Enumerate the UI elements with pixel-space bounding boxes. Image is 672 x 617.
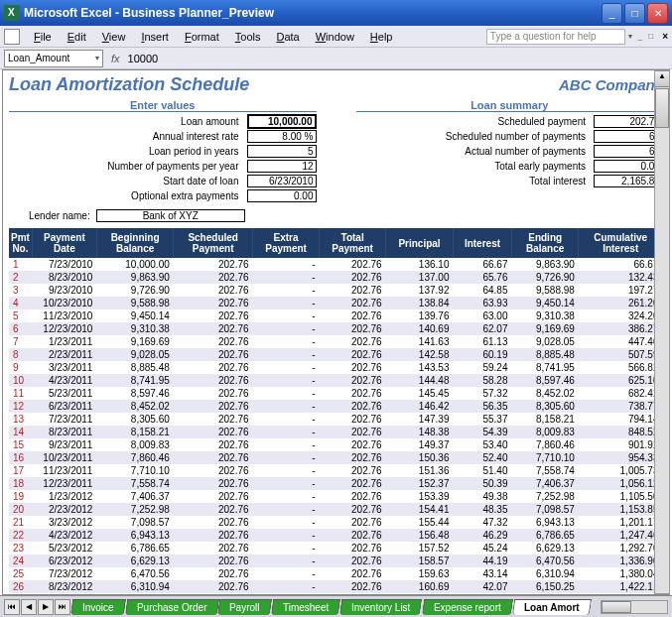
table-cell[interactable]: 1,336.90 [579,555,663,567]
table-cell[interactable]: 147.39 [386,413,454,426]
menu-view[interactable]: View [94,29,134,45]
table-cell[interactable]: 59.24 [453,361,511,374]
table-cell[interactable]: 202.76 [320,284,386,297]
table-cell[interactable]: - [253,426,320,438]
table-cell[interactable]: 1,153.85 [579,503,663,516]
table-cell[interactable]: 202.76 [174,297,253,309]
table-cell[interactable]: 202.76 [320,542,386,555]
table-cell[interactable]: 202.76 [320,361,386,374]
name-box[interactable]: Loan_Amount ▾ [4,50,103,67]
table-cell[interactable]: 55.37 [453,413,511,426]
table-cell[interactable]: 52.40 [453,451,511,464]
table-cell[interactable]: 202.76 [320,387,386,400]
column-header[interactable]: BeginningBalance [96,228,173,258]
table-cell[interactable]: 6,629.13 [511,542,578,555]
loan-period-input[interactable]: 5 [247,145,317,158]
table-cell[interactable]: 9,169.69 [96,335,173,348]
column-header[interactable]: ExtraPayment [253,228,320,258]
table-cell[interactable]: 9,028.05 [96,348,173,361]
table-cell[interactable]: 8,597.46 [511,374,578,387]
sheet-tab-inventory-list[interactable]: Inventory List [339,599,423,615]
table-cell[interactable]: 1,056.12 [579,477,663,490]
table-row[interactable]: 1812/23/20117,558.74202.76-202.76152.375… [9,477,663,490]
table-cell[interactable]: 202.76 [320,335,386,348]
table-cell[interactable]: 202.76 [320,477,386,490]
table-cell[interactable]: 8,009.83 [511,426,578,438]
menu-edit[interactable]: Edit [60,29,94,45]
table-cell[interactable]: 9,588.98 [511,284,578,297]
table-row[interactable]: 148/23/20118,158.21202.76-202.76148.3854… [9,426,663,438]
table-cell[interactable]: 8,885.48 [96,361,173,374]
table-cell[interactable]: 46.29 [453,529,511,542]
table-row[interactable]: 17/23/201010,000.00202.76-202.76136.1066… [9,258,663,271]
table-cell[interactable]: 202.76 [174,438,253,451]
table-cell[interactable]: 202.76 [174,490,253,503]
table-row[interactable]: 93/23/20118,885.48202.76-202.76143.5359.… [9,361,663,374]
table-cell[interactable]: 132.43 [579,271,663,284]
table-cell[interactable]: 64.85 [453,284,511,297]
table-cell[interactable]: 197.27 [579,284,663,297]
table-cell[interactable]: 3 [9,284,32,297]
table-cell[interactable]: 625.10 [579,374,663,387]
table-cell[interactable]: 682.42 [579,387,663,400]
table-cell[interactable]: 9,450.14 [96,309,173,322]
table-cell[interactable]: 137.92 [386,284,454,297]
table-cell[interactable]: 8 [9,348,32,361]
table-cell[interactable]: 9,310.38 [96,322,173,335]
table-cell[interactable]: 202.76 [174,309,253,322]
table-cell[interactable]: 65.76 [453,271,511,284]
table-cell[interactable]: 6/23/2011 [32,400,96,413]
table-row[interactable]: 104/23/20118,741.95202.76-202.76144.4858… [9,374,663,387]
table-cell[interactable]: - [253,503,320,516]
column-header[interactable]: CumulativeInterest [579,228,663,258]
window-restore-icon[interactable]: □ [648,32,653,41]
table-cell[interactable]: 566.82 [579,361,663,374]
table-cell[interactable]: 6,310.94 [511,567,578,580]
table-cell[interactable]: 202.76 [174,503,253,516]
table-cell[interactable]: 10/23/2010 [32,297,96,309]
table-cell[interactable]: - [253,451,320,464]
table-cell[interactable]: 53.40 [453,438,511,451]
table-cell[interactable]: 1,380.04 [579,567,663,580]
table-cell[interactable]: 202.76 [320,271,386,284]
table-cell[interactable]: 44.19 [453,555,511,567]
table-row[interactable]: 410/23/20109,588.98202.76-202.76138.8463… [9,297,663,309]
tab-nav-button-2[interactable]: ▶ [38,599,54,615]
table-cell[interactable]: 149.37 [386,438,454,451]
table-cell[interactable]: 6,150.25 [511,580,578,593]
table-cell[interactable]: 447.40 [579,335,663,348]
table-cell[interactable]: 41.00 [453,593,511,594]
table-cell[interactable]: 8,158.21 [96,426,173,438]
table-cell[interactable]: - [253,400,320,413]
table-cell[interactable]: 202.76 [174,258,253,271]
table-cell[interactable]: 202.76 [174,464,253,477]
table-cell[interactable]: 42.07 [453,580,511,593]
table-cell[interactable]: 202.76 [320,374,386,387]
table-cell[interactable]: 202.76 [174,451,253,464]
menu-format[interactable]: Format [177,29,227,45]
table-cell[interactable]: 954.33 [579,451,663,464]
table-cell[interactable]: 9,863.90 [511,258,578,271]
table-cell[interactable]: 10/23/2011 [32,451,96,464]
column-header[interactable]: EndingBalance [511,228,578,258]
table-cell[interactable]: 66.67 [579,258,663,271]
table-cell[interactable]: 153.39 [386,490,454,503]
table-cell[interactable]: - [253,361,320,374]
menu-data[interactable]: Data [268,29,307,45]
table-cell[interactable]: 6,470.56 [511,555,578,567]
sheet-tab-loan-amort[interactable]: Loan Amort [511,599,591,615]
table-cell[interactable]: 202.76 [320,555,386,567]
table-cell[interactable]: - [253,477,320,490]
table-cell[interactable]: 5,988.48 [511,593,578,594]
table-cell[interactable]: 738.77 [579,400,663,413]
table-cell[interactable]: - [253,567,320,580]
table-cell[interactable]: 1,105.50 [579,490,663,503]
table-cell[interactable]: 202.76 [174,387,253,400]
table-row[interactable]: 137/23/20118,305.60202.76-202.76147.3955… [9,413,663,426]
table-cell[interactable]: 202.76 [320,529,386,542]
table-cell[interactable]: 202.76 [174,555,253,567]
scroll-up-button[interactable]: ▲ [655,71,669,87]
table-cell[interactable]: 49.38 [453,490,511,503]
table-cell[interactable]: 20 [9,503,32,516]
table-cell[interactable]: 8,158.21 [511,413,578,426]
